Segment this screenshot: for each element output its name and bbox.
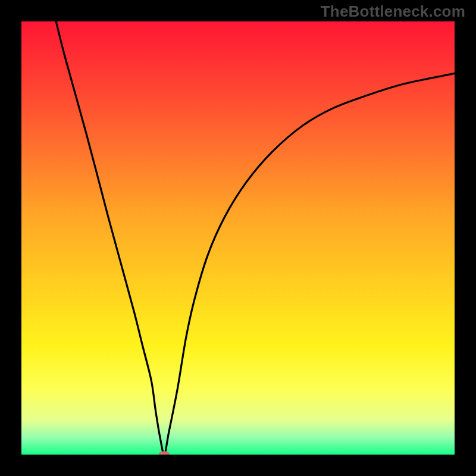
watermark-text: TheBottleneck.com	[321, 2, 465, 21]
bottleneck-curve	[21, 21, 455, 455]
plot-area	[21, 21, 455, 455]
chart-frame: TheBottleneck.com	[0, 0, 476, 476]
minimum-marker	[159, 452, 170, 455]
